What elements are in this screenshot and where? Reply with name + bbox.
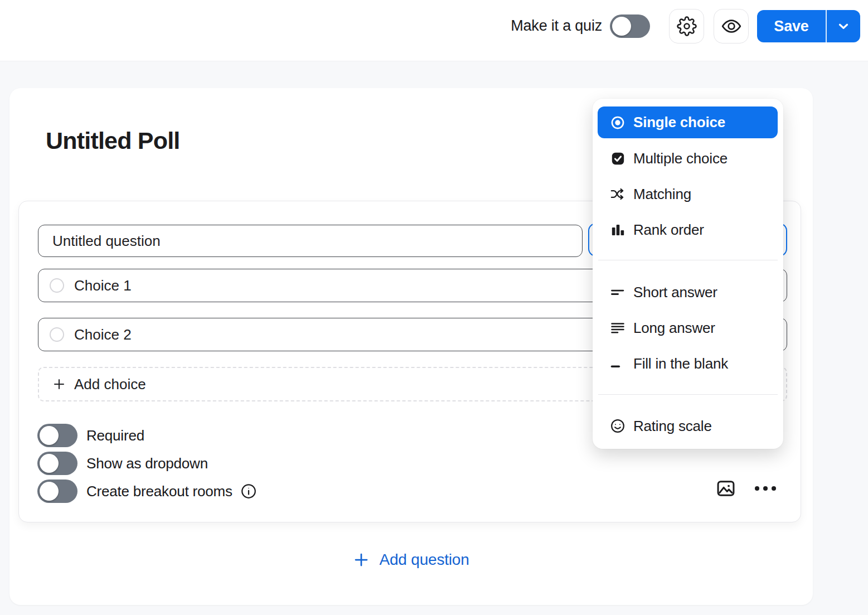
radio-circle-icon bbox=[50, 327, 64, 342]
create-breakout-rooms-toggle-row: Create breakout rooms bbox=[37, 480, 257, 503]
menu-divider bbox=[598, 394, 778, 395]
menu-item-fill-in-the-blank[interactable]: Fill in the blank bbox=[598, 348, 778, 379]
preview-button[interactable] bbox=[714, 9, 749, 43]
menu-item-matching[interactable]: Matching bbox=[598, 178, 778, 210]
bar-chart-icon bbox=[610, 222, 625, 238]
required-toggle-row: Required bbox=[37, 424, 144, 447]
add-choice-label: Add choice bbox=[74, 376, 146, 393]
plus-icon bbox=[52, 377, 66, 391]
toggle-knob bbox=[40, 454, 59, 473]
checkbox-icon bbox=[610, 151, 625, 166]
underscore-icon bbox=[610, 356, 625, 371]
poll-title[interactable]: Untitled Poll bbox=[46, 127, 180, 154]
make-it-a-quiz-label: Make it a quiz bbox=[463, 17, 602, 35]
radio-circle-icon bbox=[50, 278, 64, 293]
more-dots-icon bbox=[772, 486, 776, 491]
gear-icon bbox=[677, 16, 697, 36]
radio-selected-icon bbox=[610, 115, 625, 130]
add-image-button[interactable] bbox=[712, 475, 739, 502]
menu-item-long-answer[interactable]: Long answer bbox=[598, 312, 778, 343]
add-question-button[interactable]: Add question bbox=[9, 546, 813, 573]
create-breakout-rooms-label: Create breakout rooms bbox=[86, 483, 232, 500]
poll-editor: Make it a quiz Save bbox=[0, 0, 868, 615]
image-icon bbox=[715, 478, 736, 499]
make-it-a-quiz-toggle[interactable] bbox=[610, 14, 650, 38]
menu-item-label: Long answer bbox=[633, 319, 715, 337]
toggle-knob bbox=[40, 426, 59, 445]
menu-item-short-answer[interactable]: Short answer bbox=[598, 277, 778, 308]
settings-button[interactable] bbox=[669, 9, 704, 43]
more-dots-icon bbox=[763, 486, 768, 491]
more-options-button[interactable] bbox=[751, 478, 779, 498]
menu-item-label: Rating scale bbox=[633, 418, 712, 435]
long-lines-icon bbox=[610, 320, 625, 336]
more-dots-icon bbox=[755, 486, 759, 491]
smiley-icon bbox=[610, 418, 625, 434]
menu-item-rank-order[interactable]: Rank order bbox=[598, 214, 778, 245]
shuffle-icon bbox=[610, 186, 625, 202]
plus-icon bbox=[353, 551, 370, 568]
save-split-button: Save bbox=[757, 10, 860, 42]
show-as-dropdown-label: Show as dropdown bbox=[86, 455, 208, 472]
menu-item-label: Matching bbox=[633, 186, 691, 203]
menu-item-label: Multiple choice bbox=[633, 150, 728, 167]
menu-item-label: Fill in the blank bbox=[633, 355, 728, 372]
menu-item-multiple-choice[interactable]: Multiple choice bbox=[598, 143, 778, 174]
save-dropdown-button[interactable] bbox=[827, 10, 860, 42]
menu-item-label: Rank order bbox=[633, 221, 704, 239]
question-title-input[interactable]: Untitled question bbox=[38, 225, 583, 257]
show-as-dropdown-toggle-row: Show as dropdown bbox=[37, 452, 208, 475]
toggle-knob bbox=[40, 482, 59, 501]
menu-divider bbox=[598, 260, 778, 260]
choice-1-value: Choice 1 bbox=[74, 277, 132, 294]
eye-icon bbox=[721, 16, 742, 37]
add-question-label: Add question bbox=[379, 551, 469, 569]
info-icon[interactable] bbox=[240, 483, 257, 500]
question-title-value: Untitled question bbox=[52, 233, 161, 250]
choice-2-value: Choice 2 bbox=[74, 326, 132, 343]
menu-item-label: Short answer bbox=[633, 284, 717, 301]
required-toggle[interactable] bbox=[37, 424, 77, 447]
toggle-knob bbox=[612, 17, 631, 36]
short-lines-icon bbox=[610, 284, 625, 300]
required-label: Required bbox=[86, 427, 144, 444]
save-button[interactable]: Save bbox=[757, 10, 826, 42]
menu-item-rating-scale[interactable]: Rating scale bbox=[598, 410, 778, 442]
menu-item-label: Single choice bbox=[633, 114, 725, 131]
chevron-down-icon bbox=[836, 19, 851, 33]
show-as-dropdown-toggle[interactable] bbox=[37, 452, 77, 475]
topbar: Make it a quiz Save bbox=[0, 0, 868, 61]
create-breakout-rooms-toggle[interactable] bbox=[37, 480, 77, 503]
menu-item-single-choice[interactable]: Single choice bbox=[598, 106, 778, 138]
save-label: Save bbox=[774, 18, 808, 35]
